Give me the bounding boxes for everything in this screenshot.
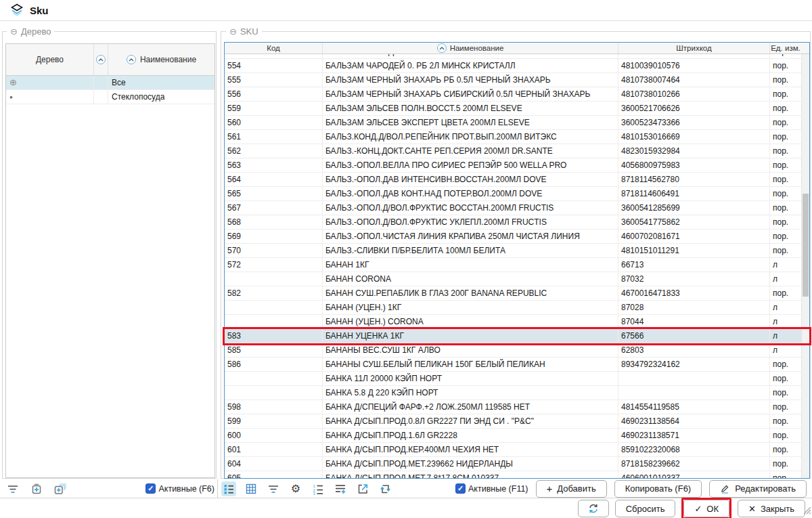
table-row[interactable]: 556БАЛЬЗАМ ЧЕРНЫЙ ЗНАХАРЬ СИБИРСКИЙ 0.5Л… <box>225 87 801 102</box>
cell-code: 554 <box>225 59 323 72</box>
edit-button-label: Редактировать <box>735 483 796 494</box>
add-button[interactable]: + Добавить <box>536 480 607 498</box>
table-row[interactable]: 561БАЛЬЗ.КОНД.Д/ВОЛ.РЕПЕЙНИК ПРОТ.ВЫП.20… <box>225 130 801 144</box>
cell-name: БАНАН СУШ.РЕПАБЛИК В ГЛАЗ 200Г BANANA RE… <box>323 286 618 300</box>
window-title: Sku <box>30 5 49 16</box>
collapse-minus-icon[interactable]: ⊖ <box>10 27 18 36</box>
table-row[interactable]: 585БАНАНЫ ВЕС.СУШ 1КГ АЛВО62803л <box>225 343 801 358</box>
filter-icon[interactable] <box>266 481 281 496</box>
unit-column-header[interactable]: Ед. изм. <box>770 43 801 53</box>
table-row[interactable]: 601БАНКА Д/СЫП.ПРОД.КЕР.400МЛ ЧЕХИЯ НЕТ8… <box>225 443 801 457</box>
toolbar-row: ✓ Активные (F6) ⚙ 123 ✓ Активные (F11) <box>0 479 812 498</box>
cell-code: 563 <box>225 158 323 172</box>
tree-row[interactable]: ●Стеклопосуда <box>6 90 215 104</box>
cell-name: БАЛЬЗ.-ОПОЛ.ВЕЛЛА ПРО СИРИЕС РЕПЭЙР 500 … <box>323 158 618 172</box>
sort-asc-icon[interactable] <box>96 55 106 64</box>
cell-name: БАЛЬЗАМ ЧЕРНЫЙ ЗНАХАРЬ СИБИРСКИЙ 0.5Л ЧЕ… <box>323 87 618 101</box>
ok-button[interactable]: ✓ ОК <box>683 500 729 517</box>
table-row[interactable]: 562БАЛЬЗ.-КОНЦ.ДОКТ.САНТЕ РЕП.СЕРИЯ 200М… <box>225 144 801 158</box>
collapse-minus-icon[interactable]: ⊖ <box>229 27 237 36</box>
cell-unit: пор. <box>770 87 801 101</box>
table-row[interactable]: 582БАНАН СУШ.РЕПАБЛИК В ГЛАЗ 200Г BANANA… <box>225 286 801 301</box>
add-box-icon[interactable] <box>29 481 44 496</box>
table-row[interactable]: БАНКА 11Л 20000 КЭЙП НОРТпор. <box>225 372 801 386</box>
copy-button-label: Копировать (F6) <box>625 483 691 494</box>
table-row[interactable]: 583БАНАН УЦЕНКА 1КГ67566л <box>225 329 801 343</box>
table-row[interactable]: 599БАНКА Д/СЫП.ПРОД.0.8Л GR2227 ПИ ЭНД С… <box>225 414 801 429</box>
cell-barcode: 4810151011291 <box>618 244 770 257</box>
table-row[interactable]: 570БАЛЬЗ.-СЛИВКИ П/БР.БЕЛИТА 100МЛ БЕЛИТ… <box>225 244 801 258</box>
cell-unit: пор. <box>770 386 801 400</box>
cell-code: 598 <box>225 400 323 414</box>
cell-code: 553 <box>225 54 323 58</box>
cell-name: БАНКА 11Л 20000 КЭЙП НОРТ <box>323 372 618 385</box>
tree-row[interactable]: ⊕Все <box>6 76 215 90</box>
tree-column-header[interactable]: Дерево <box>6 44 94 75</box>
list-view-icon[interactable] <box>221 481 236 496</box>
sort-asc-icon[interactable] <box>127 55 136 64</box>
table-row[interactable]: БАНАН (УЦЕН.) 1КГ87028л <box>225 301 801 315</box>
table-row[interactable]: 598БАНКА Д/СПЕЦИЙ ФАРФ.+2 ЛОЖ.250МЛ 1195… <box>225 400 801 414</box>
unit-column-label: Ед. изм. <box>771 44 800 52</box>
table-row[interactable]: 568БАЛЬЗ.-ОПОЛ.Д/ВОЛ.ФРУКТИС УКЛЕПЛ.200М… <box>225 215 801 230</box>
resize-grip-icon[interactable] <box>803 505 811 517</box>
expand-plus-icon[interactable]: ⊕ <box>6 76 94 89</box>
table-row[interactable]: БАНАН CORONA87032л <box>225 272 801 286</box>
cell-name: БАЛЬЗ.КОНД.Д/ВОЛ.РЕПЕЙНИК ПРОТ.ВЫП.200МЛ… <box>323 130 618 144</box>
active-f11-checkbox[interactable]: ✓ Активные (F11) <box>455 483 528 494</box>
table-row[interactable]: 600БАНКА Д/СЫП.ПРОД.1.6Л GR2228469023113… <box>225 429 801 443</box>
name-column-label: Наименование <box>450 44 504 52</box>
checkbox-label: Активные (F6) <box>158 484 215 494</box>
numbered-list-icon[interactable]: 123 <box>311 481 325 496</box>
tree-table-body: ⊕Все●Стеклопосуда <box>6 76 215 477</box>
table-row[interactable]: 553БАЛЬЗАМ ЧАРОДЕЙ 0. РБ 1Л МИНСК КРИСТА… <box>225 54 801 59</box>
settings-gear-icon[interactable]: ⚙ <box>288 481 303 496</box>
table-row[interactable]: 567БАЛЬЗ.-ОПОЛ.Д/ВОЛ.ФРУКТИС ВОССТАН.200… <box>225 201 801 215</box>
add-multiple-icon[interactable] <box>53 481 68 496</box>
edit-button[interactable]: Редактировать <box>709 480 807 498</box>
vertical-scrollbar[interactable] <box>801 54 809 478</box>
checkbox-label: Активные (F11) <box>468 484 528 494</box>
name-column-header[interactable]: Наименование <box>108 44 215 75</box>
table-row[interactable]: 605БАНКА Д/СЫП.ПРОД.МЕТ.7.8*17.8СМ.01033… <box>225 471 801 478</box>
table-row[interactable]: 555БАЛЬЗАМ ЧЕРНЫЙ ЗНАХАРЬ РБ 0.5Л ЧЕРНЫЙ… <box>225 73 801 87</box>
refresh-button[interactable] <box>578 500 609 517</box>
barcode-column-header[interactable]: Штрихкод <box>618 43 770 53</box>
cell-code: 569 <box>225 230 323 243</box>
cell-unit: пор. <box>770 358 801 371</box>
cell-name: БАНАНЫ ВЕС.СУШ 1КГ АЛВО <box>323 343 618 357</box>
scrollbar-thumb[interactable] <box>803 194 809 297</box>
table-row[interactable]: БАНКА 5.8 Д 220 КЭЙП НОРТпор. <box>225 386 801 400</box>
cell-code: 605 <box>225 471 323 478</box>
table-row[interactable]: 572БАНАН 1КГ66713л <box>225 258 801 272</box>
active-f6-checkbox[interactable]: ✓ Активные (F6) <box>145 483 215 494</box>
cell-barcode: 67566 <box>618 329 770 343</box>
close-button[interactable]: ✕ Закрыть <box>738 500 805 517</box>
tree-column-label: Дерево <box>36 55 64 64</box>
table-row[interactable]: 565БАЛЬЗ.-ОПОЛ.ДАВ КОНТ.НАД ПОТЕР.ВОЛ.20… <box>225 187 801 201</box>
table-row[interactable]: 554БАЛЬЗАМ ЧАРОДЕЙ 0. РБ 2Л МИНСК КРИСТА… <box>225 59 801 73</box>
name-column-header[interactable]: Наименование <box>323 43 618 53</box>
table-row[interactable]: 586БАНАНЫ СУШ.БЕЛЫЙ ПЕЛИКАН 150Г БЕЛЫЙ П… <box>225 358 801 372</box>
copy-button[interactable]: Копировать (F6) <box>614 480 702 498</box>
code-column-header[interactable]: Код <box>225 43 323 53</box>
table-row[interactable]: БАНАН (УЦЕН.) CORONA87044л <box>225 315 801 329</box>
swap-refresh-icon[interactable] <box>378 481 392 496</box>
filter-icon[interactable] <box>5 481 20 496</box>
table-row[interactable]: 563БАЛЬЗ.-ОПОЛ.ВЕЛЛА ПРО СИРИЕС РЕПЭЙР 5… <box>225 158 801 173</box>
table-row[interactable]: 569БАЛЬЗ.-ОПОЛ.ЧИСТАЯ ЛИНИЯ КРАПИВА 250М… <box>225 230 801 244</box>
add-to-list-icon[interactable] <box>333 481 348 496</box>
cell-code <box>225 315 323 328</box>
table-row[interactable]: 604БАНКА Д/СЫП.ПРОД.МЕТ.239662 НИДЕРЛАНД… <box>225 457 801 471</box>
reset-button[interactable]: Сбросить <box>615 500 676 517</box>
cell-unit: пор. <box>770 230 801 243</box>
cell-name: БАНАН 1КГ <box>323 258 618 272</box>
open-external-icon[interactable] <box>355 481 370 496</box>
table-row[interactable]: 560БАЛЬЗАМ ЭЛЬСЕВ ЭКСПЕРТ ЦВЕТА 200МЛ EL… <box>225 116 801 130</box>
sort-asc-icon[interactable] <box>437 43 447 53</box>
cell-code: 583 <box>225 329 323 343</box>
tree-sort-column[interactable] <box>94 44 108 75</box>
table-row[interactable]: 564БАЛЬЗ.-ОПОЛ.ДАВ ИНТЕНСИВН.ВОССТАН.200… <box>225 173 801 187</box>
table-row[interactable]: 559БАЛЬЗАМ ЭЛЬСЕВ ПОЛН.ВОССТ.5 200МЛ ELS… <box>225 102 801 116</box>
grid-view-icon[interactable] <box>244 481 258 496</box>
